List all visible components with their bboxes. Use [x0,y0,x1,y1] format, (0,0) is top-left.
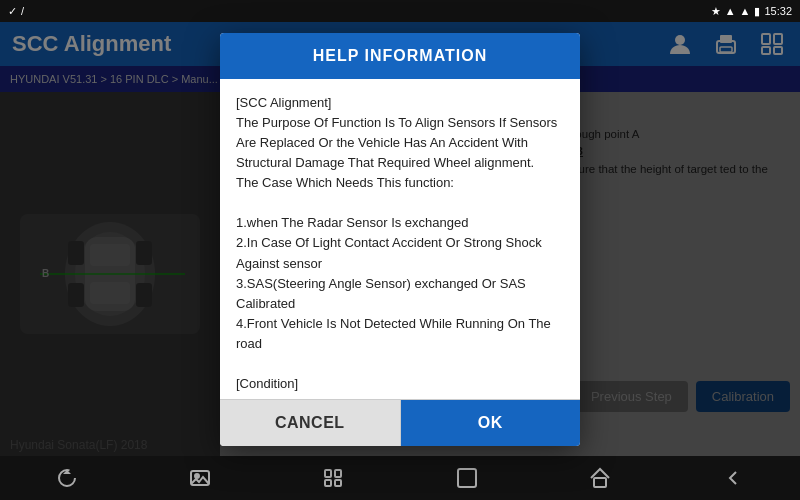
wifi-icon: ▲ [725,5,736,17]
bottom-nav [0,456,800,500]
help-dialog: HELP INFORMATION [SCC Alignment] The Pur… [220,33,580,446]
nav-grid[interactable] [442,458,492,498]
svg-rect-24 [325,480,331,486]
svg-rect-25 [335,480,341,486]
nav-back[interactable] [708,458,758,498]
nav-settings[interactable] [308,458,358,498]
svg-rect-22 [325,470,331,477]
svg-rect-26 [458,469,476,487]
svg-point-21 [195,474,199,478]
bluetooth-status-icon: ★ [711,5,721,18]
signal-icon: ▲ [740,5,751,17]
status-bar: ✓ / ★ ▲ ▲ ▮ 15:32 [0,0,800,22]
time-display: 15:32 [764,5,792,17]
svg-rect-20 [191,471,209,485]
battery-icon: ▮ [754,5,760,18]
dialog-body-text: [SCC Alignment] The Purpose Of Function … [236,93,564,399]
dialog-title: HELP INFORMATION [313,47,488,64]
nav-home[interactable] [575,458,625,498]
nav-refresh[interactable] [42,458,92,498]
bluetooth-icon: ✓ [8,5,17,18]
ok-button[interactable]: OK [401,400,581,446]
nav-image[interactable] [175,458,225,498]
dialog-header: HELP INFORMATION [220,33,580,79]
status-bar-left: ✓ / [8,5,24,18]
dialog-overlay: HELP INFORMATION [SCC Alignment] The Pur… [0,22,800,456]
status-bar-right: ★ ▲ ▲ ▮ 15:32 [711,5,792,18]
dialog-footer: CANCEL OK [220,399,580,446]
dialog-body: [SCC Alignment] The Purpose Of Function … [220,79,580,399]
svg-rect-23 [335,470,341,477]
svg-rect-27 [594,478,606,487]
usb-icon: / [21,5,24,17]
cancel-button[interactable]: CANCEL [220,400,401,446]
